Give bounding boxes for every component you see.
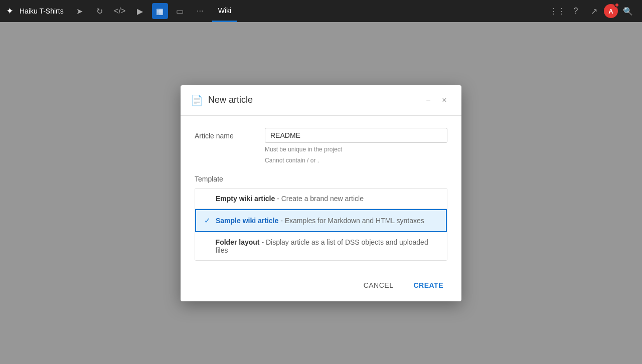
- new-article-modal: 📄 New article − × Article name Must be u…: [181, 85, 461, 301]
- template-label: Template: [195, 175, 447, 183]
- notification-badge: [614, 3, 619, 8]
- cancel-button[interactable]: CANCEL: [356, 277, 402, 293]
- topnav: ✦ Haiku T-Shirts ➤ ↻ </> ▶ ▦ ▭ ··· Wiki …: [0, 0, 642, 22]
- modal-header-icon: 📄: [191, 94, 203, 106]
- app-logo: ✦: [6, 6, 14, 17]
- topnav-right: ⋮⋮ ? ↗ A 🔍: [550, 3, 636, 19]
- layout-icon[interactable]: ▭: [172, 3, 188, 19]
- template-empty-desc: - Create a brand new article: [275, 195, 364, 203]
- modal-overlay: 📄 New article − × Article name Must be u…: [0, 22, 642, 364]
- template-empty[interactable]: Empty wiki article - Create a brand new …: [195, 189, 447, 209]
- modal-body: Article name Must be unique in the proje…: [181, 116, 461, 269]
- article-name-input[interactable]: [265, 128, 447, 143]
- template-empty-name: Empty wiki article: [216, 195, 275, 203]
- check-icon: ✓: [204, 216, 211, 225]
- grid-icon[interactable]: ⋮⋮: [550, 3, 566, 19]
- modal-header-actions: − ×: [421, 93, 451, 107]
- search-icon[interactable]: 🔍: [620, 3, 636, 19]
- close-button[interactable]: ×: [437, 93, 451, 107]
- wiki-tab[interactable]: Wiki: [212, 0, 237, 22]
- trending-icon[interactable]: ↗: [586, 3, 602, 19]
- template-sample-name: Sample wiki article: [216, 217, 278, 225]
- template-folder[interactable]: Folder layout - Display article as a lis…: [195, 232, 447, 260]
- project-name[interactable]: Haiku T-Shirts: [20, 7, 64, 15]
- template-empty-label: Empty wiki article - Create a brand new …: [216, 195, 364, 203]
- play-icon[interactable]: ▶: [132, 3, 148, 19]
- template-list: Empty wiki article - Create a brand new …: [195, 188, 447, 261]
- create-button[interactable]: CREATE: [405, 277, 451, 293]
- refresh-icon[interactable]: ↻: [92, 3, 108, 19]
- share-icon[interactable]: ➤: [72, 3, 88, 19]
- hint2: Cannot contain / or .: [265, 156, 447, 165]
- template-folder-name: Folder layout: [216, 238, 260, 246]
- article-name-label: Article name: [195, 128, 265, 140]
- minimize-button[interactable]: −: [421, 93, 435, 107]
- template-sample[interactable]: ✓ Sample wiki article - Examples for Mar…: [195, 209, 447, 232]
- template-folder-label: Folder layout - Display article as a lis…: [216, 238, 439, 254]
- avatar-label: A: [608, 8, 613, 15]
- main-area: Empty wiki 📄 New article − × Article nam…: [0, 22, 642, 364]
- article-name-row: Article name Must be unique in the proje…: [195, 128, 447, 165]
- help-icon[interactable]: ?: [568, 3, 584, 19]
- modal-footer: CANCEL CREATE: [181, 269, 461, 301]
- more-icon[interactable]: ···: [192, 3, 208, 19]
- code-icon[interactable]: </>: [112, 3, 128, 19]
- wiki-tab-label: Wiki: [218, 7, 231, 15]
- hint1: Must be unique in the project: [265, 145, 447, 154]
- template-sample-desc: - Examples for Markdown and HTML syntaxe…: [278, 217, 424, 225]
- wiki-icon[interactable]: ▦: [152, 3, 168, 19]
- modal-title: New article: [208, 95, 421, 105]
- template-section: Template Empty wiki article - Create a b…: [195, 175, 447, 261]
- article-name-field: Must be unique in the project Cannot con…: [265, 128, 447, 165]
- modal-header: 📄 New article − ×: [181, 85, 461, 116]
- avatar[interactable]: A: [604, 4, 618, 18]
- template-sample-label: Sample wiki article - Examples for Markd…: [216, 217, 424, 225]
